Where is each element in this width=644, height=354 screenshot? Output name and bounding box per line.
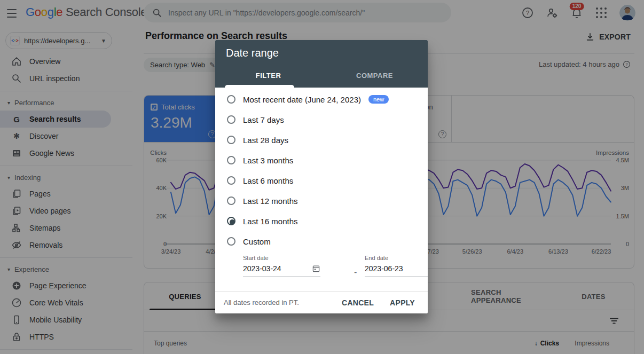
dialog-header: Date range FILTER COMPARE: [215, 40, 428, 88]
dialog-footer: All dates recorded in PT. CANCEL APPLY: [215, 291, 428, 313]
dialog-body: Most recent date (June 24, 2023) new Las…: [215, 88, 428, 293]
new-badge: new: [368, 95, 389, 104]
option-last-6-months[interactable]: Last 6 months: [215, 170, 428, 191]
radio-icon[interactable]: [227, 176, 235, 185]
radio-icon[interactable]: [227, 95, 235, 104]
end-date-value[interactable]: 2023-06-23: [365, 264, 428, 273]
option-custom[interactable]: Custom: [215, 231, 428, 251]
dialog-tabs: FILTER COMPARE: [215, 64, 428, 88]
date-range-dialog: Date range FILTER COMPARE Most recent da…: [215, 40, 428, 313]
radio-icon[interactable]: [227, 156, 235, 164]
active-tab-indicator: [225, 85, 294, 88]
end-date-field[interactable]: End date 2023-06-23: [365, 255, 428, 277]
option-last-12-months[interactable]: Last 12 months: [215, 191, 428, 211]
radio-icon[interactable]: [227, 136, 235, 144]
timezone-note: All dates recorded in PT.: [224, 298, 326, 306]
radio-icon[interactable]: [227, 237, 235, 246]
start-date-field[interactable]: Start date 2023-03-24: [243, 255, 320, 277]
calendar-icon[interactable]: [312, 264, 320, 273]
option-most-recent-date[interactable]: Most recent date (June 24, 2023) new: [215, 89, 428, 109]
dialog-title: Date range: [226, 47, 279, 59]
custom-date-range: Start date 2023-03-24 - End date 2023-06…: [243, 255, 428, 293]
tab-filter[interactable]: FILTER: [215, 64, 321, 88]
option-last-7-days[interactable]: Last 7 days: [215, 109, 428, 130]
radio-icon[interactable]: [227, 196, 235, 205]
apply-button[interactable]: APPLY: [390, 298, 415, 307]
option-last-28-days[interactable]: Last 28 days: [215, 130, 428, 150]
option-last-16-months[interactable]: Last 16 months: [215, 211, 428, 231]
radio-icon[interactable]: [227, 115, 235, 124]
start-date-value[interactable]: 2023-03-24: [243, 264, 312, 273]
cancel-button[interactable]: CANCEL: [342, 298, 374, 307]
date-range-dash: -: [354, 268, 357, 277]
option-last-3-months[interactable]: Last 3 months: [215, 150, 428, 170]
search-console-app: Google Search Console ? 120 <·: [0, 0, 644, 354]
tab-compare[interactable]: COMPARE: [321, 64, 428, 88]
radio-icon[interactable]: [227, 217, 235, 225]
